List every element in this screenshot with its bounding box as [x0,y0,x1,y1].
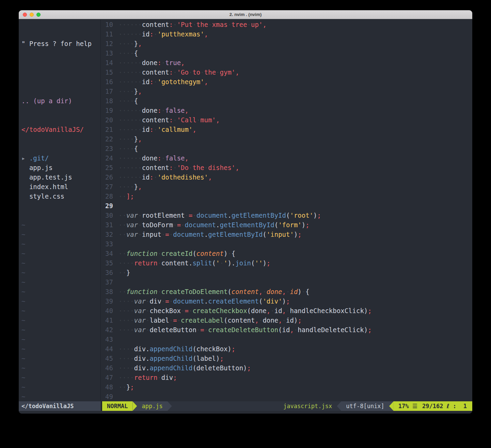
code-token: ; [232,345,235,353]
whitespace-dots: · [302,288,305,295]
entry-indent [21,183,29,190]
code-line-19[interactable]: 19······done:·false, [101,106,472,115]
code-line-37[interactable]: 37 [101,277,472,287]
close-button-icon[interactable] [23,13,27,17]
code-token: . [227,212,231,219]
code-line-49[interactable]: 49 [101,392,472,401]
code-line-10[interactable]: 10······content:·'Put·the·xmas·tree·up', [101,20,472,29]
sidebar-entry-app.test.js[interactable]: app.test.js [19,172,100,182]
code-token: true [165,59,181,66]
explorer-root-dir[interactable]: </todoVanillaJS/ [19,125,100,134]
whitespace-dots: · [227,250,231,257]
code-line-41[interactable]: 41····var·label·=·createLabel(content,·d… [101,315,472,325]
code-line-18[interactable]: 18····{ [101,96,472,106]
code-token: checkBox [150,307,181,314]
code-token: { [134,49,138,57]
code-line-40[interactable]: 40····var·checkBox·=·createCheckbox(done… [101,306,472,315]
code-line-27[interactable]: 27····}, [101,182,472,191]
code-line-23[interactable]: 23····{ [101,144,472,153]
line-number: 10 [101,20,113,29]
code-line-29[interactable]: 29 [101,201,472,211]
sidebar-entry-style.css[interactable]: style.css [19,191,100,201]
code-line-38[interactable]: 38··function·createToDoElement(content,·… [101,287,472,296]
code-token: : [150,173,154,181]
code-line-15[interactable]: 15······content:·'Go·to·the·gym', [101,67,472,77]
code-line-12[interactable]: 12····}, [101,39,472,48]
code-token: = [165,231,169,238]
sidebar-tildes: ~~~~~~~~~~~~~~~~~~~~~~~~~~~~~~~ [19,220,100,401]
sidebar-entry-index.html[interactable]: index.html [19,182,100,191]
code-line-35[interactable]: 35····return·content.split('·').join('')… [101,258,472,268]
code-token: id [290,288,298,295]
whitespace-dots: ···· [118,316,134,324]
code-line-16[interactable]: 16······id:·'gotothegym', [101,77,472,87]
line-number: 16 [101,77,113,87]
code-token: ]; [126,192,134,200]
code-line-48[interactable]: 48··}; [101,382,472,392]
code-token: } [134,88,138,95]
code-token: 'gotothegym' [157,78,204,86]
code-line-20[interactable]: 20······content:·'Call·mum', [101,115,472,125]
entry-indent [21,164,29,171]
sidebar-entry-.git[interactable]: ▸ .git/ [19,153,100,163]
code-line-47[interactable]: 47····return·div; [101,373,472,382]
code-line-13[interactable]: 13····{ [101,48,472,58]
tilde-marker: ~ [19,373,100,382]
tilde-marker: ~ [19,220,100,230]
code-line-17[interactable]: 17····}, [101,87,472,96]
editor[interactable]: 10······content:·'Put·the·xmas·tree·up',… [101,20,472,401]
code-line-36[interactable]: 36··} [101,268,472,277]
filetype-segment: javascript.jsx [279,401,337,411]
code-token: createElement [208,297,259,305]
tilde-marker: ~ [19,268,100,277]
code-line-45[interactable]: 45····div.appendChild(label); [101,354,472,363]
code-line-30[interactable]: 30··var·rootElement·=·document.getElemen… [101,211,472,220]
code-line-14[interactable]: 14······done:·true, [101,58,472,67]
code-line-28[interactable]: 28··]; [101,191,472,201]
code-line-32[interactable]: 32··var·input·=·document.getElementById(… [101,230,472,239]
title-bar[interactable]: 2. nvim . (nvim) [19,10,472,19]
code-token: div [150,297,161,305]
line-number: 11 [101,29,113,39]
code-token: id) [286,316,298,324]
tilde-marker: ~ [19,363,100,373]
whitespace-dots: · [177,316,181,324]
file-explorer[interactable]: " Press ? for help .. (up a dir) </todoV… [19,20,101,401]
sidebar-entry-app.js[interactable]: app.js [19,163,100,172]
code-token: done [267,288,282,295]
code-token: ; [220,355,223,362]
code-line-44[interactable]: 44····div.appendChild(checkBox); [101,344,472,354]
code-line-26[interactable]: 26······id:·'dothedishes', [101,172,472,182]
code-line-34[interactable]: 34··function·createId(content)·{ [101,249,472,258]
code-line-33[interactable]: 33 [101,239,472,249]
code-line-24[interactable]: 24······done:·false, [101,153,472,163]
whitespace-dots: ······ [118,154,142,162]
code-line-22[interactable]: 22····}, [101,134,472,144]
code-line-39[interactable]: 39····var·div·=·document.createElement('… [101,296,472,306]
whitespace-dots: ···· [118,355,134,362]
line-number: 17 [101,87,113,96]
code-line-11[interactable]: 11······id:·'putthexmas', [101,29,472,39]
whitespace-dots: · [173,164,177,171]
code-line-46[interactable]: 46····div.appendChild(deleteButton); [101,363,472,373]
tilde-marker: ~ [19,354,100,363]
whitespace-dots: ·· [118,250,126,257]
code-line-43[interactable]: 43 [101,335,472,344]
code-line-21[interactable]: 21······id:·'callmum', [101,125,472,134]
code-line-31[interactable]: 31··var·toDoForm·=·document.getElementBy… [101,220,472,230]
code-token: content [142,21,169,28]
code-token: , [290,326,294,334]
entry-label: index.html [29,183,68,190]
code-token: '' [255,259,263,267]
line-text: ····var·deleteButton·=·createDeleteButto… [118,325,372,335]
code-line-42[interactable]: 42····var·deleteButton·=·createDeleteBut… [101,325,472,335]
code-line-25[interactable]: 25······content:·'Do·the·dishes', [101,163,472,172]
code-token: id [142,78,150,86]
code-token: 'Do [177,164,189,171]
explorer-up-dir[interactable]: .. (up a dir) [19,96,100,106]
code-token: content. [161,259,193,267]
line-number: 38 [101,287,113,296]
code-token: = [173,316,177,324]
minimize-button-icon[interactable] [30,13,34,17]
zoom-button-icon[interactable] [36,13,41,17]
